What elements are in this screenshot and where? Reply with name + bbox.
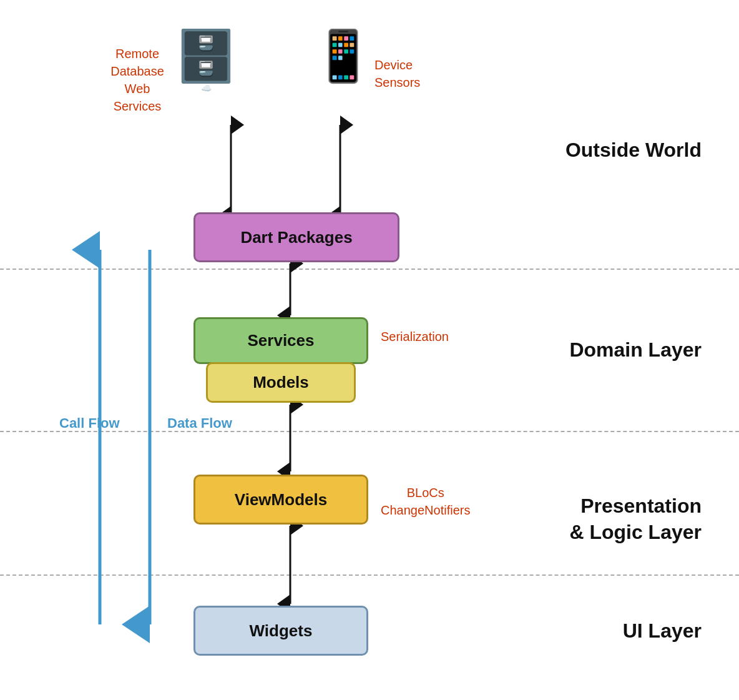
db-label: Remote DatabaseWeb Services xyxy=(100,45,175,115)
phone-icon: 📱 xyxy=(312,31,374,81)
outside-world-label: Outside World xyxy=(565,137,702,164)
services-box: Services xyxy=(193,317,368,364)
viewmodels-box: ViewModels xyxy=(193,475,368,525)
data-flow-label: Data Flow xyxy=(167,415,232,431)
database-icon: 🗄️ ☁️ xyxy=(175,31,237,92)
diagram-container: Outside World Domain Layer Presentation&… xyxy=(0,0,739,700)
dart-packages-box: Dart Packages xyxy=(193,212,399,262)
call-flow-label: Call Flow xyxy=(59,415,120,431)
presentation-layer-label: Presentation& Logic Layer xyxy=(569,493,702,545)
divider-outside-domain xyxy=(0,269,739,270)
domain-layer-label: Domain Layer xyxy=(569,337,702,363)
serialization-label: Serialization xyxy=(381,328,449,345)
models-box: Models xyxy=(206,362,356,403)
blocs-label: BLoCsChangeNotifiers xyxy=(381,484,470,519)
widgets-box: Widgets xyxy=(193,606,368,656)
ui-layer-label: UI Layer xyxy=(623,618,702,644)
divider-presentation-ui xyxy=(0,574,739,576)
device-label: DeviceSensors xyxy=(374,56,443,91)
